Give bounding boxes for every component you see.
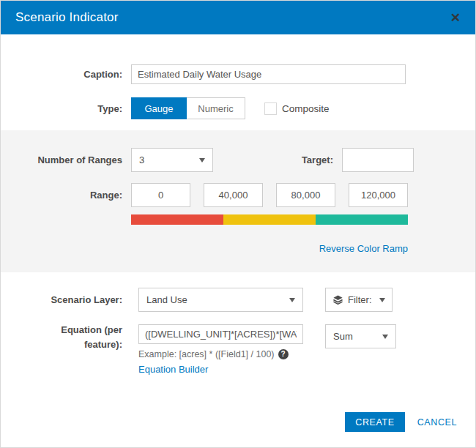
caption-label: Caption: bbox=[1, 69, 131, 80]
number-of-ranges-label: Number of Ranges bbox=[1, 154, 131, 165]
type-numeric-button[interactable]: Numeric bbox=[187, 97, 245, 119]
range-row: Range: bbox=[1, 183, 414, 207]
equation-example-text: Example: [acres] * ([Field1] / 100) bbox=[138, 349, 275, 359]
help-icon[interactable]: ? bbox=[278, 349, 289, 359]
create-button[interactable]: CREATE bbox=[345, 412, 404, 432]
chevron-down-icon bbox=[289, 298, 295, 302]
target-label: Target: bbox=[302, 154, 333, 165]
target-input[interactable] bbox=[342, 148, 414, 172]
composite-checkbox[interactable] bbox=[264, 102, 277, 115]
equation-row: Equation (per feature): Example: [acres]… bbox=[1, 324, 475, 376]
number-of-ranges-dropdown[interactable]: 3 bbox=[131, 148, 213, 172]
dialog-title: Scenario Indicator bbox=[15, 10, 119, 25]
number-of-ranges-row: Number of Ranges 3 Target: bbox=[1, 148, 414, 172]
chevron-down-icon bbox=[379, 298, 385, 302]
ranges-panel: Number of Ranges 3 Target: Range: Revers… bbox=[1, 130, 475, 272]
composite-label: Composite bbox=[282, 103, 330, 114]
scenario-layer-dropdown[interactable]: Land Use bbox=[138, 288, 303, 312]
caption-row: Caption: bbox=[1, 64, 475, 84]
equation-input[interactable] bbox=[138, 324, 303, 344]
chevron-down-icon bbox=[199, 158, 205, 163]
footer: CREATE CANCEL bbox=[345, 412, 457, 432]
scenario-layer-value: Land Use bbox=[146, 294, 187, 305]
close-icon[interactable]: ✕ bbox=[450, 12, 461, 24]
ramp-segment-green bbox=[316, 214, 408, 225]
scenario-layer-row: Scenario Layer: Land Use Filter: bbox=[1, 288, 475, 312]
filter-dropdown-button[interactable]: Filter: bbox=[325, 288, 393, 312]
number-of-ranges-value: 3 bbox=[139, 154, 144, 165]
caption-input[interactable] bbox=[131, 64, 406, 84]
range-input-1[interactable] bbox=[131, 183, 190, 207]
cancel-button[interactable]: CANCEL bbox=[417, 417, 457, 428]
scenario-layer-label: Scenario Layer: bbox=[1, 294, 131, 305]
equation-label: Equation (per feature): bbox=[1, 323, 131, 351]
ramp-segment-yellow bbox=[223, 214, 316, 225]
ramp-segment-red bbox=[131, 214, 223, 225]
color-ramp-bar bbox=[131, 214, 408, 225]
range-input-3[interactable] bbox=[276, 183, 335, 207]
equation-example-row: Example: [acres] * ([Field1] / 100) ? bbox=[138, 349, 303, 359]
dialog-header: Scenario Indicator ✕ bbox=[1, 1, 475, 34]
aggregation-dropdown[interactable]: Sum bbox=[325, 324, 396, 348]
target-group: Target: bbox=[302, 148, 414, 172]
filter-label: Filter: bbox=[348, 294, 372, 305]
range-input-4[interactable] bbox=[349, 183, 408, 207]
type-gauge-button[interactable]: Gauge bbox=[131, 97, 187, 119]
chevron-down-icon bbox=[382, 335, 388, 339]
type-label: Type: bbox=[1, 103, 131, 114]
equation-builder-link[interactable]: Equation Builder bbox=[138, 364, 208, 375]
reverse-color-ramp-link[interactable]: Reverse Color Ramp bbox=[319, 243, 408, 254]
layers-icon bbox=[332, 294, 343, 305]
equation-column: Example: [acres] * ([Field1] / 100) ? Eq… bbox=[138, 324, 303, 376]
aggregation-value: Sum bbox=[333, 331, 353, 342]
range-label: Range: bbox=[1, 190, 131, 201]
composite-checkbox-wrap[interactable]: Composite bbox=[264, 102, 330, 115]
reverse-color-ramp-row: Reverse Color Ramp bbox=[131, 242, 408, 255]
type-toggle-group: Gauge Numeric bbox=[131, 97, 245, 119]
type-row: Type: Gauge Numeric Composite bbox=[1, 97, 475, 119]
range-input-2[interactable] bbox=[204, 183, 263, 207]
